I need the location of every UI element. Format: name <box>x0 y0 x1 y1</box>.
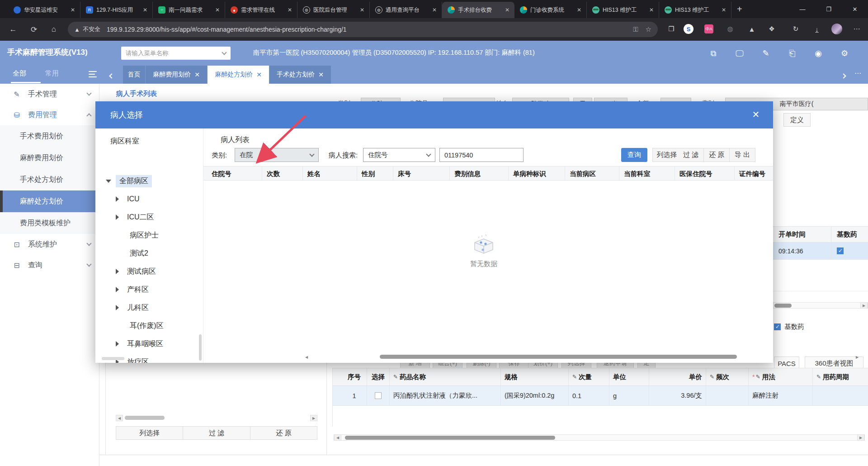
page-tab-close-icon[interactable]: ✕ <box>256 71 262 78</box>
define-button[interactable]: 定义 <box>783 113 811 127</box>
base-drug-checkbox[interactable] <box>837 247 844 254</box>
browser-tab[interactable]: HIS13 维护工✕ <box>587 2 659 18</box>
eye-icon[interactable]: ◉ <box>812 47 825 60</box>
query-button[interactable]: 查询 <box>621 148 647 162</box>
browser-tab[interactable]: 手术排台收费✕ <box>442 2 514 18</box>
scroll-left-arrow-icon[interactable]: ◀ <box>116 415 123 421</box>
order-time-cell[interactable]: 09:14:36 <box>773 243 831 260</box>
left-panel-button-还 原[interactable]: 还 原 <box>250 426 317 440</box>
back-icon[interactable]: ← <box>5 25 21 34</box>
page-tab-手术处方划价[interactable]: 手术处方划价✕ <box>269 66 331 84</box>
tab-close-icon[interactable]: ✕ <box>69 7 76 13</box>
sidebar-item-麻醉处方划价[interactable]: 麻醉处方划价 <box>0 190 99 212</box>
home-icon[interactable]: ⌂ <box>46 25 61 34</box>
extensions-icon[interactable]: ❖ <box>765 22 778 36</box>
tree-caret-down-icon[interactable] <box>106 180 111 183</box>
tree-caret-right-icon[interactable] <box>116 269 119 274</box>
tree-caret-right-icon[interactable] <box>116 287 119 292</box>
minimize-button[interactable]: — <box>789 0 816 18</box>
browser-tab[interactable]: HIS13 维护工✕ <box>659 2 731 18</box>
tree-node-ICU[interactable]: ICU <box>95 190 200 208</box>
scroll-right-arrow-icon[interactable]: ▶ <box>310 415 317 421</box>
tab-close-icon[interactable]: ✕ <box>359 7 366 13</box>
tree-node-测试病区[interactable]: 测试病区 <box>95 262 200 281</box>
tab-close-icon[interactable]: ✕ <box>214 7 221 13</box>
tree-node-耳(作废)区[interactable]: 耳(作废)区 <box>95 317 200 335</box>
tab-close-icon[interactable]: ✕ <box>286 7 293 13</box>
menu-search-select[interactable]: 请输入菜单名称 <box>121 47 231 60</box>
tree-vscrollbar[interactable] <box>199 334 202 361</box>
monitor-icon[interactable]: 🖵 <box>733 47 746 60</box>
tree-caret-right-icon[interactable] <box>116 214 119 220</box>
maximize-button[interactable]: ❐ <box>816 0 842 18</box>
tab-close-icon[interactable]: ✕ <box>142 7 149 13</box>
tree-node-ICU二区[interactable]: ICU二区 <box>95 208 200 226</box>
tree-node-儿科区[interactable]: 儿科区 <box>95 299 200 317</box>
scroll-left-arrow-icon[interactable]: ◀ <box>334 434 341 441</box>
left-panel-button-列选择[interactable]: 列选择 <box>116 426 183 440</box>
sidebar-item-费用类模板维护[interactable]: 费用类模板维护 <box>0 212 99 234</box>
translate-icon[interactable]: 中A <box>702 22 716 36</box>
base-drug-filter[interactable]: 基数药 <box>774 323 804 331</box>
tree-caret-right-icon[interactable] <box>116 341 119 347</box>
pen-icon[interactable]: ✎ <box>760 47 772 60</box>
triangle-extension-icon[interactable]: ▲ <box>745 22 759 36</box>
sidebar-item-麻醉费用划价[interactable]: 麻醉费用划价 <box>0 147 99 169</box>
right-panel-hscrollbar[interactable]: ▶ <box>773 302 868 309</box>
page-tab-麻醉费用划价[interactable]: 麻醉费用划价✕ <box>146 66 208 84</box>
scroll-right-arrow-icon[interactable]: ▶ <box>860 302 868 309</box>
history-icon[interactable]: ↻ <box>789 22 802 36</box>
new-tab-button[interactable]: + <box>737 4 742 14</box>
browser-tab[interactable]: ◍医院后台管理✕ <box>297 2 370 18</box>
modal-close-icon[interactable]: ✕ <box>750 109 762 120</box>
tab-close-icon[interactable]: ✕ <box>504 7 511 13</box>
sidebar-group-费用管理[interactable]: ⛁费用管理 <box>0 105 99 125</box>
screenshot-icon[interactable]: ⧉ <box>707 47 720 60</box>
page-tab-首页[interactable]: 首页 <box>123 66 146 84</box>
sidebar-item-手术费用划价[interactable]: 手术费用划价 <box>0 125 99 147</box>
modal-hscrollbar[interactable]: ◀ ▶ <box>303 354 863 360</box>
tabs-more-icon[interactable]: ⋯ <box>854 69 861 77</box>
sidebar-group-手术管理[interactable]: ✎手术管理 <box>0 84 99 105</box>
window-close-button[interactable]: ✕ <box>842 0 868 18</box>
scroll-left-arrow-icon[interactable]: ◀ <box>303 354 310 360</box>
bookmark-star-icon[interactable]: ☆ <box>646 25 651 33</box>
page-tab-麻醉处方划价[interactable]: 麻醉处方划价✕ <box>208 66 269 84</box>
tree-node-全部病区[interactable]: 全部病区 <box>95 172 200 190</box>
browser-tab[interactable]: 门诊收费系统✕ <box>514 2 587 18</box>
browser-tab[interactable]: R129.7-HIS应用✕ <box>80 2 153 18</box>
tree-node-病区护士[interactable]: 病区护士 <box>95 226 200 244</box>
base-drug-filter-checkbox[interactable] <box>774 323 781 330</box>
browser-tab[interactable]: ⁘南一问题需求✕ <box>153 2 225 18</box>
browser-tab[interactable]: ◍通用查询平台✕ <box>370 2 442 18</box>
tab-close-icon[interactable]: ✕ <box>720 7 727 13</box>
tree-caret-right-icon[interactable] <box>116 196 119 202</box>
tab-close-icon[interactable]: ✕ <box>431 7 438 13</box>
scroll-right-arrow-icon[interactable]: ▶ <box>857 434 864 441</box>
view-common-tab[interactable]: 常用 <box>45 69 59 78</box>
address-bar[interactable]: ▲ 不安全 199.9.129.29:8000/his-ss/app/#/cos… <box>68 22 658 37</box>
tree-node-耳鼻咽喉区[interactable]: 耳鼻咽喉区 <box>95 335 200 353</box>
base-drug-cell[interactable] <box>831 243 868 260</box>
tab-close-icon[interactable]: ✕ <box>576 7 583 13</box>
split-screen-icon[interactable]: ❒ <box>665 22 678 36</box>
scroll-tabs-left-icon[interactable] <box>110 71 113 80</box>
url-text[interactable]: 199.9.129.29:8000/his-ss/app/#/cost-mana… <box>107 26 626 33</box>
drug-cell-选择[interactable] <box>367 386 390 405</box>
modal-toolbar-导 出[interactable]: 导 出 <box>730 148 755 162</box>
scroll-tabs-right-icon[interactable] <box>842 71 845 80</box>
drug-table-hscrollbar[interactable]: ◀ ▶ <box>334 434 865 441</box>
page-tab-close-icon[interactable]: ✕ <box>194 71 200 78</box>
key-icon[interactable]: ⚿ <box>633 25 638 33</box>
patient-search-input[interactable]: 01197540 <box>439 148 524 162</box>
dimmed-extension-icon[interactable]: ◍ <box>723 22 737 36</box>
modal-toolbar-列选择[interactable]: 列选择 <box>652 148 681 162</box>
profile-avatar[interactable] <box>830 22 844 36</box>
page-tab-close-icon[interactable]: ✕ <box>318 71 324 78</box>
collapse-menu-icon[interactable] <box>89 71 97 77</box>
refresh-icon[interactable]: ⟳ <box>26 25 42 34</box>
view-all-tab[interactable]: 全部 <box>13 69 26 78</box>
type-select[interactable]: 在院 <box>235 148 319 162</box>
modal-toolbar-还 原[interactable]: 还 原 <box>704 148 730 162</box>
tree-caret-right-icon[interactable] <box>116 305 119 310</box>
